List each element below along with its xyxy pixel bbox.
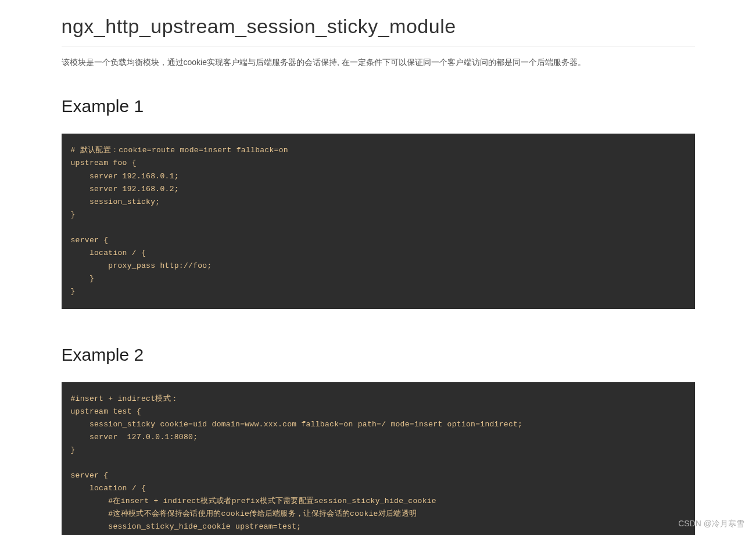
example-2-heading: Example 2: [62, 345, 695, 365]
example-1-code[interactable]: # 默认配置：cookie=route mode=insert fallback…: [62, 134, 695, 308]
watermark: CSDN @冷月寒雪: [678, 519, 744, 529]
example-1-heading: Example 1: [62, 96, 695, 116]
page-title: ngx_http_upstream_session_sticky_module: [62, 15, 695, 38]
title-divider: [62, 46, 695, 46]
content-container: ngx_http_upstream_session_sticky_module …: [62, 0, 695, 535]
example-2-code[interactable]: #insert + indirect模式： upstream test { se…: [62, 382, 695, 535]
page-description: 该模块是一个负载均衡模块，通过cookie实现客户端与后端服务器的会话保持, 在…: [62, 56, 695, 69]
